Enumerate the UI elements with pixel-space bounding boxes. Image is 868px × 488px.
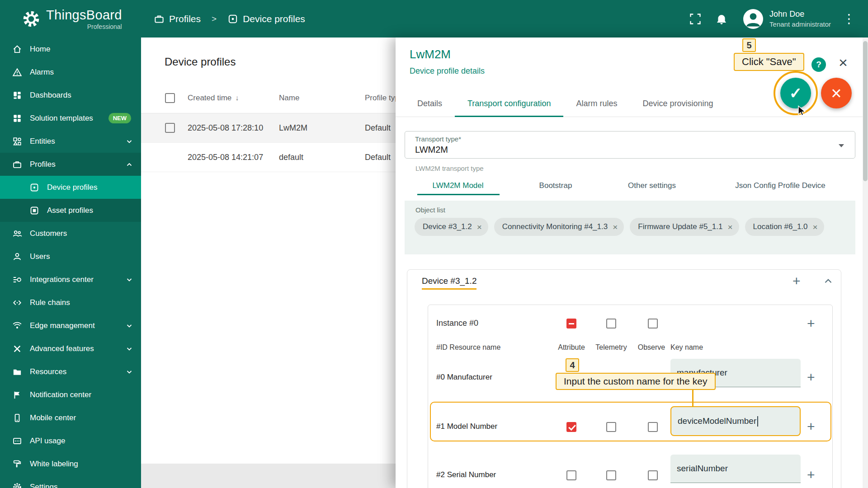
sidebar-item-edge-management[interactable]: Edge management bbox=[0, 314, 141, 337]
tutorial-connector-line bbox=[692, 390, 693, 406]
app-logo[interactable]: ThingsBoard Professional bbox=[22, 8, 126, 30]
subtab-lwm2m-model[interactable]: LWM2M Model bbox=[432, 181, 483, 190]
drawer-scrollbar-thumb[interactable] bbox=[863, 41, 868, 181]
telemetry-checkbox[interactable] bbox=[606, 422, 616, 432]
instance-add-button[interactable]: + bbox=[807, 317, 815, 330]
sidebar-item-api-usage[interactable]: API usage bbox=[0, 429, 141, 452]
subtab-json-config-profile-device[interactable]: Json Config Profile Device bbox=[735, 181, 825, 190]
sidebar-item-entities[interactable]: Entities bbox=[0, 130, 141, 153]
cancel-button[interactable]: × bbox=[821, 78, 852, 108]
sidebar-item-profiles[interactable]: Profiles bbox=[0, 153, 141, 176]
transport-type-value: LWM2M bbox=[415, 145, 448, 155]
chip-label: Connectivity Monitoring #4_1.3 bbox=[502, 222, 608, 231]
sidebar-item-label: Resources bbox=[30, 367, 66, 376]
sidebar-item-label: Settings bbox=[30, 483, 57, 488]
sidebar-item-label: Notification center bbox=[30, 390, 91, 399]
advanced-features-icon bbox=[12, 344, 23, 354]
key-name-value: deviceModelNumber bbox=[678, 416, 756, 426]
tutorial-step-number: 4 bbox=[566, 358, 579, 372]
column-header-name[interactable]: Name bbox=[279, 94, 299, 103]
instance-attribute-checkbox[interactable] bbox=[566, 319, 576, 328]
column-observe: Observe bbox=[638, 343, 665, 352]
alarm-icon bbox=[12, 67, 23, 77]
header-menu-kebab-icon[interactable]: ⋮ bbox=[843, 13, 855, 25]
tab-device-provisioning[interactable]: Device provisioning bbox=[630, 91, 726, 117]
sidebar-item-advanced-features[interactable]: Advanced features bbox=[0, 337, 141, 360]
sidebar-item-asset-profiles[interactable]: Asset profiles bbox=[0, 199, 141, 222]
chevron-down-icon bbox=[125, 275, 134, 284]
sidebar-item-white-labeling[interactable]: White labeling bbox=[0, 452, 141, 475]
tutorial-step-label: Input the custom name for the key bbox=[556, 373, 716, 390]
fullscreen-icon[interactable] bbox=[689, 13, 702, 25]
device-profile-details-drawer: LwM2M Device profile details ? × Details… bbox=[396, 38, 868, 488]
sidebar-item-label: Integrations center bbox=[30, 275, 94, 284]
chip-remove-icon[interactable]: × bbox=[613, 223, 618, 231]
sidebar-item-home[interactable]: Home bbox=[0, 38, 141, 61]
save-button[interactable]: ✓ bbox=[780, 78, 811, 108]
subtab-bootstrap[interactable]: Bootstrap bbox=[539, 181, 572, 190]
column-header-created-time[interactable]: Created time ↓ bbox=[188, 94, 239, 103]
sort-desc-icon: ↓ bbox=[235, 94, 239, 102]
sidebar-item-users[interactable]: Users bbox=[0, 245, 141, 268]
integrations-icon bbox=[12, 275, 23, 285]
row-add-button[interactable]: + bbox=[807, 371, 815, 384]
row-checkbox[interactable] bbox=[165, 123, 175, 133]
sidebar-item-resources[interactable]: Resources bbox=[0, 360, 141, 383]
object-chip-location[interactable]: Location #6_1.0 × bbox=[745, 218, 824, 236]
mobile-icon bbox=[12, 413, 23, 423]
observe-checkbox[interactable] bbox=[648, 470, 658, 480]
observe-checkbox[interactable] bbox=[648, 422, 658, 432]
chip-remove-icon[interactable]: × bbox=[727, 223, 732, 231]
collapse-chevron-up-icon[interactable] bbox=[822, 275, 834, 287]
sidebar-item-integrations-center[interactable]: Integrations center bbox=[0, 268, 141, 291]
select-all-checkbox[interactable] bbox=[165, 93, 175, 103]
chip-remove-icon[interactable]: × bbox=[813, 223, 818, 231]
attribute-checkbox[interactable] bbox=[566, 470, 576, 480]
key-name-field-model-number[interactable]: deviceModelNumber bbox=[670, 406, 801, 436]
object-chip-firmware-update[interactable]: Firmware Update #5_1.1 × bbox=[630, 218, 739, 236]
sidebar-item-label: Profiles bbox=[30, 160, 56, 169]
key-name-field-serial-number[interactable]: serialNumber bbox=[670, 455, 801, 483]
app-name: ThingsBoard bbox=[46, 8, 122, 22]
sidebar-item-rule-chains[interactable]: Rule chains bbox=[0, 291, 141, 314]
breadcrumb-profiles[interactable]: Profiles bbox=[169, 14, 201, 24]
sidebar-item-settings[interactable]: Settings bbox=[0, 475, 141, 488]
breadcrumb-device-profiles[interactable]: Device profiles bbox=[243, 14, 305, 24]
solution-templates-icon bbox=[12, 113, 23, 123]
sidebar-item-customers[interactable]: Customers bbox=[0, 222, 141, 245]
gear-icon bbox=[12, 482, 23, 488]
object-chip-device[interactable]: Device #3_1.2 × bbox=[415, 218, 488, 236]
row-add-button[interactable]: + bbox=[807, 468, 815, 482]
sidebar-item-device-profiles[interactable]: Device profiles bbox=[0, 176, 141, 199]
tab-alarm-rules[interactable]: Alarm rules bbox=[563, 91, 630, 117]
telemetry-checkbox[interactable] bbox=[606, 470, 616, 480]
sidebar-item-notification-center[interactable]: Notification center bbox=[0, 383, 141, 406]
notifications-bell-icon[interactable] bbox=[715, 13, 728, 25]
sidebar-item-alarms[interactable]: Alarms bbox=[0, 61, 141, 84]
chip-remove-icon[interactable]: × bbox=[477, 223, 482, 231]
transport-type-hint: LWM2M transport type bbox=[415, 164, 484, 172]
subtab-other-settings[interactable]: Other settings bbox=[628, 181, 676, 190]
user-avatar[interactable] bbox=[743, 9, 763, 29]
api-usage-icon bbox=[12, 436, 23, 446]
help-icon[interactable]: ? bbox=[811, 57, 826, 72]
cell-profile-type: Default bbox=[365, 123, 391, 133]
sidebar-item-label: Customers bbox=[30, 229, 67, 238]
attribute-checkbox[interactable] bbox=[566, 422, 576, 432]
cell-name: default bbox=[279, 153, 303, 162]
instance-observe-checkbox[interactable] bbox=[648, 319, 658, 328]
sidebar-item-mobile-center[interactable]: Mobile center bbox=[0, 406, 141, 429]
instance-telemetry-checkbox[interactable] bbox=[606, 319, 616, 328]
sidebar-item-solution-templates[interactable]: Solution templates NEW bbox=[0, 107, 141, 130]
app-header: ThingsBoard Professional Profiles > Devi… bbox=[0, 0, 868, 38]
object-chip-connectivity-monitoring[interactable]: Connectivity Monitoring #4_1.3 × bbox=[494, 218, 624, 236]
sidebar-item-dashboards[interactable]: Dashboards bbox=[0, 84, 141, 107]
user-name: John Doe bbox=[769, 9, 831, 19]
row-add-button[interactable]: + bbox=[807, 420, 815, 433]
close-icon[interactable]: × bbox=[839, 55, 848, 70]
add-instance-button[interactable]: + bbox=[793, 274, 801, 288]
tab-transport-configuration[interactable]: Transport configuration bbox=[455, 91, 563, 117]
tab-details[interactable]: Details bbox=[405, 91, 455, 117]
device-profiles-breadcrumb-icon bbox=[227, 14, 238, 24]
transport-type-select[interactable]: Transport type* LWM2M bbox=[405, 131, 855, 159]
